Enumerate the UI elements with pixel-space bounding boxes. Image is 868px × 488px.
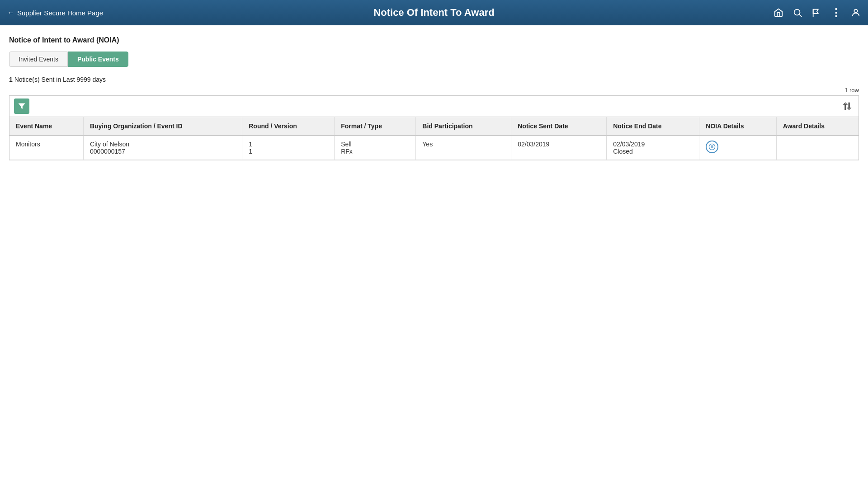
- cell-bid-participation: Yes: [416, 136, 511, 160]
- sort-button[interactable]: [840, 99, 854, 113]
- tabs: Invited Events Public Events: [9, 52, 859, 67]
- buying-org-name: City of Nelson: [90, 141, 236, 148]
- notice-count-number: 1: [9, 76, 13, 83]
- page-content: Notice of Intent to Award (NOIA) Invited…: [0, 25, 868, 171]
- data-table: Event Name Buying Organization / Event I…: [9, 117, 859, 160]
- svg-point-0: [794, 9, 800, 15]
- nav-icons: ⋮: [774, 6, 861, 19]
- type-value: RFx: [341, 148, 409, 155]
- page-heading: Notice of Intent to Award (NOIA): [9, 36, 859, 44]
- col-bid-participation: Bid Participation: [416, 117, 511, 136]
- search-icon[interactable]: [793, 8, 802, 18]
- table-body: Monitors City of Nelson 0000000157 1 1 S…: [9, 136, 859, 160]
- col-award-details: Award Details: [776, 117, 859, 136]
- cell-notice-sent-date: 02/03/2019: [511, 136, 607, 160]
- col-buying-org: Buying Organization / Event ID: [83, 117, 242, 136]
- svg-point-3: [854, 9, 857, 13]
- svg-line-1: [799, 14, 802, 17]
- notice-count-text: Notice(s) Sent in Last 9999 days: [13, 76, 106, 83]
- col-noia-details: NOIA Details: [699, 117, 776, 136]
- filter-bar: [9, 96, 859, 117]
- noia-details-icon[interactable]: [706, 141, 718, 153]
- table-row: Monitors City of Nelson 0000000157 1 1 S…: [9, 136, 859, 160]
- cell-noia-details: [699, 136, 776, 160]
- notice-end-date-value: 02/03/2019: [613, 141, 693, 148]
- cell-format-type: Sell RFx: [335, 136, 416, 160]
- cell-event-name: Monitors: [9, 136, 83, 160]
- table-container: Event Name Buying Organization / Event I…: [9, 95, 859, 160]
- flag-icon[interactable]: [811, 8, 821, 18]
- page-title: Notice Of Intent To Award: [373, 7, 494, 19]
- navbar: ← Supplier Secure Home Page Notice Of In…: [0, 0, 868, 25]
- home-icon[interactable]: [774, 8, 783, 18]
- cell-award-details: [776, 136, 859, 160]
- back-label: Supplier Secure Home Page: [17, 9, 103, 17]
- tab-invited-events[interactable]: Invited Events: [9, 52, 68, 67]
- event-id: 0000000157: [90, 148, 236, 155]
- user-icon[interactable]: [851, 8, 861, 18]
- table-header: Event Name Buying Organization / Event I…: [9, 117, 859, 136]
- filter-button[interactable]: [14, 99, 29, 114]
- version-value: 1: [249, 148, 328, 155]
- col-notice-sent-date: Notice Sent Date: [511, 117, 607, 136]
- row-count: 1 row: [844, 87, 859, 94]
- tab-public-events[interactable]: Public Events: [68, 52, 128, 67]
- cell-round-version: 1 1: [242, 136, 335, 160]
- notice-end-status: Closed: [613, 148, 693, 155]
- cell-buying-org: City of Nelson 0000000157: [83, 136, 242, 160]
- back-arrow-icon: ←: [7, 9, 14, 17]
- col-event-name: Event Name: [9, 117, 83, 136]
- col-format-type: Format / Type: [335, 117, 416, 136]
- row-count-bar: 1 row: [9, 87, 859, 94]
- col-notice-end-date: Notice End Date: [607, 117, 699, 136]
- more-menu-icon[interactable]: ⋮: [830, 6, 842, 19]
- back-link[interactable]: ← Supplier Secure Home Page: [7, 9, 103, 17]
- col-round-version: Round / Version: [242, 117, 335, 136]
- cell-notice-end-date: 02/03/2019 Closed: [607, 136, 699, 160]
- notice-count: 1 Notice(s) Sent in Last 9999 days: [9, 76, 859, 83]
- format-value: Sell: [341, 141, 409, 148]
- round-value: 1: [249, 141, 328, 148]
